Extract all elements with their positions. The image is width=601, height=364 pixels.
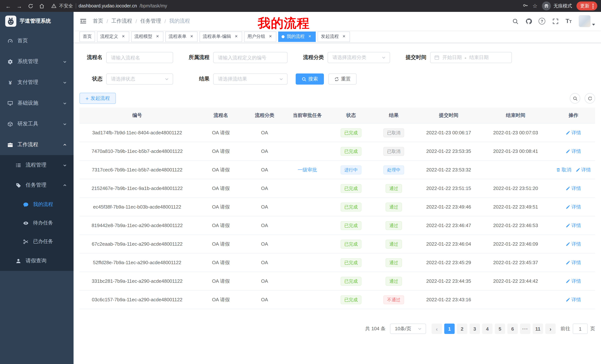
status-badge: 已完成 <box>341 128 361 137</box>
page-size-select[interactable]: 10条/页 <box>390 324 426 334</box>
search-icon[interactable] <box>512 18 519 25</box>
detail-action-link[interactable]: 详情 <box>566 259 581 266</box>
result-badge: 通过 <box>386 258 402 267</box>
logo[interactable]: 芋道管理系统 <box>0 12 74 30</box>
pagination-page-3[interactable]: 3 <box>470 324 480 334</box>
refresh-table-icon[interactable] <box>585 93 595 104</box>
pagination-more[interactable]: ··· <box>520 324 531 334</box>
detail-action-link[interactable]: 详情 <box>566 222 581 229</box>
status-badge: 已完成 <box>341 147 361 156</box>
sidebar-item-task-mgmt[interactable]: 任务管理 <box>0 175 74 195</box>
pagination-next[interactable]: › <box>545 324 556 334</box>
cancel-action-link[interactable]: 取消 <box>556 166 571 173</box>
sidebar-item-devtools[interactable]: 研发工具 <box>0 114 74 134</box>
tab-流程表单[interactable]: 流程表单× <box>165 31 198 42</box>
breadcrumb-item[interactable]: 任务管理 <box>140 18 161 25</box>
detail-action-link[interactable]: 详情 <box>566 129 581 136</box>
reset-button[interactable]: 重置 <box>328 74 357 85</box>
cell-status: 已完成 <box>332 290 370 309</box>
pagination-page-4[interactable]: 4 <box>482 324 492 334</box>
tab-close-icon[interactable]: × <box>121 34 126 39</box>
detail-action-link[interactable]: 详情 <box>576 166 591 173</box>
sidebar-item-todo-tasks[interactable]: 待办任务 <box>0 214 74 232</box>
detail-action-link[interactable]: 详情 <box>566 278 581 284</box>
sidebar-item-infra[interactable]: 基础设施 <box>0 93 74 114</box>
filter-label: 状态 <box>80 76 102 82</box>
bookmark-star-icon[interactable]: ☆ <box>532 3 538 9</box>
cell-result: 通过 <box>370 253 418 272</box>
tab-close-icon[interactable]: × <box>234 34 239 39</box>
briefcase-icon <box>7 142 13 147</box>
detail-action-link[interactable]: 详情 <box>566 296 581 303</box>
date-range-picker[interactable]: 开始日期 - 结束日期 <box>430 52 512 63</box>
pagination: 共 104 条 10条/页 ‹ 123456···11 › 前往 页 <box>80 324 595 334</box>
sidebar-item-process-mgmt[interactable]: 流程管理 <box>0 155 74 175</box>
github-icon[interactable] <box>525 18 532 25</box>
tab-首页[interactable]: 首页 <box>80 31 95 42</box>
sidebar-item-my-process[interactable]: 我的流程 <box>0 195 74 214</box>
tab-流程表单-编辑[interactable]: 流程表单-编辑× <box>200 31 242 42</box>
detail-action-link[interactable]: 详情 <box>566 203 581 210</box>
current-task-link[interactable]: 一级审批 <box>298 166 317 173</box>
app-title: 芋道管理系统 <box>20 18 51 25</box>
password-key-icon[interactable] <box>522 2 528 10</box>
pagination-page-5[interactable]: 5 <box>495 324 505 334</box>
pagination-page-2[interactable]: 2 <box>457 324 467 334</box>
font-size-icon[interactable]: TT <box>565 18 572 25</box>
sidebar-item-done-tasks[interactable]: 已办任务 <box>0 232 74 251</box>
tab-流程模型[interactable]: 流程模型× <box>131 31 163 42</box>
cell-process-name: OA 请假 <box>195 272 247 290</box>
sidebar-item-home[interactable]: 首页 <box>0 30 74 51</box>
goto-page-input[interactable] <box>573 324 588 334</box>
tab-close-icon[interactable]: × <box>341 34 347 39</box>
sidebar-item-payment[interactable]: ¥ 支付管理 <box>0 72 74 93</box>
detail-action-link[interactable]: 详情 <box>566 241 581 247</box>
pagination-prev[interactable]: ‹ <box>432 324 442 334</box>
sidebar-item-leave-query[interactable]: 请假查询 <box>0 251 74 271</box>
avatar[interactable] <box>579 15 591 27</box>
tab-流程定义[interactable]: 流程定义× <box>97 31 129 42</box>
sidebar-item-system[interactable]: 系统管理 <box>0 51 74 72</box>
cell-current-task[interactable]: 一级审批 <box>282 161 332 179</box>
tab-close-icon[interactable]: × <box>268 34 273 39</box>
sidebar-item-workflow[interactable]: 工作流程 <box>0 134 74 155</box>
tab-我的流程[interactable]: 我的流程× <box>278 31 316 42</box>
chevron-down-icon <box>381 55 386 60</box>
process-name-input[interactable] <box>106 52 173 63</box>
search-button[interactable]: 搜索 <box>296 74 324 85</box>
filter-label: 流程名 <box>80 54 102 61</box>
cell-id: 67c2eaab-7b9a-11ec-a290-acde48001122 <box>80 235 195 253</box>
category-select[interactable]: 请选择流程分类 <box>328 52 390 63</box>
browser-menu-icon[interactable] <box>592 3 594 8</box>
status-select[interactable]: 请选择状态 <box>106 74 173 85</box>
tab-close-icon[interactable]: × <box>155 34 160 39</box>
sidebar-toggle-icon[interactable] <box>80 18 87 25</box>
cell-submit-time: 2022-01-23 00:06:17 <box>418 123 479 142</box>
show-search-icon[interactable] <box>570 93 580 104</box>
address-bar[interactable]: 不安全 dashboard.yudao.iocoder.cn/bpm/task/… <box>51 3 522 9</box>
breadcrumb-item[interactable]: 工作流程 <box>111 18 132 25</box>
detail-action-link[interactable]: 详情 <box>566 185 581 192</box>
result-select[interactable]: 请选择流结果 <box>213 74 288 85</box>
user-menu[interactable] <box>579 15 595 27</box>
browser-back-icon[interactable]: ← <box>4 1 13 10</box>
browser-update-button[interactable]: 更新 <box>576 1 597 10</box>
fullscreen-icon[interactable] <box>552 18 559 25</box>
breadcrumb-item[interactable]: 首页 <box>93 18 103 25</box>
cell-result: 处理中 <box>370 161 418 179</box>
cell-end-time: 2022-01-23 00:08:41 <box>479 142 552 161</box>
browser-home-icon[interactable] <box>37 1 46 10</box>
tab-close-icon[interactable]: × <box>189 34 194 39</box>
detail-action-link[interactable]: 详情 <box>566 148 581 154</box>
process-def-input[interactable] <box>213 52 288 63</box>
tab-用户分组[interactable]: 用户分组× <box>244 31 276 42</box>
create-process-button[interactable]: + 发起流程 <box>80 93 116 104</box>
browser-reload-icon[interactable] <box>26 1 35 10</box>
tab-close-icon[interactable]: × <box>307 34 312 39</box>
pagination-page-1[interactable]: 1 <box>444 324 455 334</box>
help-icon[interactable]: ? <box>539 18 545 25</box>
pagination-page-6[interactable]: 6 <box>507 324 518 334</box>
tab-发起流程[interactable]: 发起流程× <box>318 31 350 42</box>
pagination-page-11[interactable]: 11 <box>533 324 543 334</box>
browser-forward-icon[interactable]: → <box>15 1 24 10</box>
